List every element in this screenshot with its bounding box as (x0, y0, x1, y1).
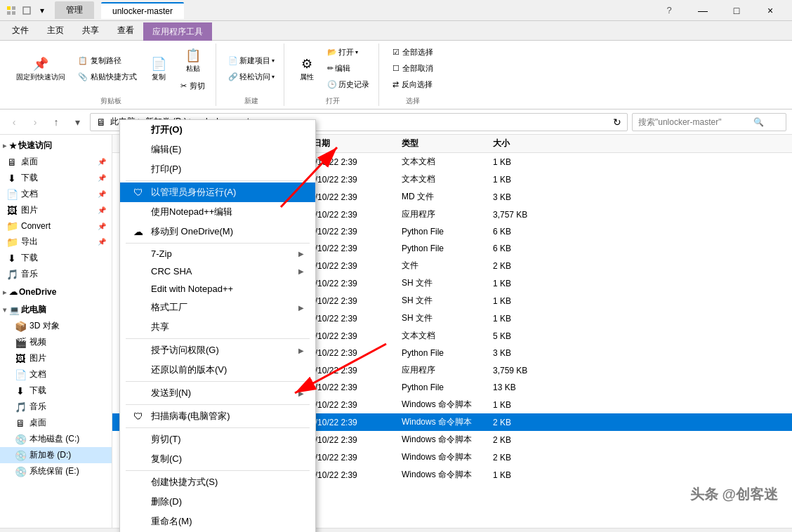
invert-select-btn[interactable]: ⇄ 反向选择 (388, 77, 438, 92)
properties-icon: ⚙ (298, 55, 315, 72)
properties-btn[interactable]: ⚙ 属性 (293, 52, 321, 86)
up-button[interactable]: ↑ (48, 114, 65, 131)
downloads-icon: ⬇ (6, 173, 18, 184)
down-arrow-icon[interactable]: ▾ (37, 5, 48, 16)
list-view-btn[interactable]: ≡ (755, 530, 770, 533)
edit-btn[interactable]: ✏ 编辑 (324, 61, 373, 76)
ctx-menu-item[interactable]: 编辑(E) (120, 140, 315, 159)
history-btn[interactable]: 🕒 历史记录 (324, 77, 373, 92)
ctx-separator (126, 243, 310, 244)
music-icon: 🎵 (6, 269, 18, 280)
ctx-menu-item[interactable]: CRC SHA ▶ (120, 262, 315, 280)
sidebar-item-downloads2[interactable]: ⬇ 下载 (0, 250, 112, 266)
select-all-btn[interactable]: ☑ 全部选择 (388, 45, 438, 60)
open-btn[interactable]: 📂 打开 ▾ (324, 45, 373, 60)
minimize-button[interactable]: — (687, 0, 719, 21)
ctx-menu-item[interactable]: 剪切(T) (120, 430, 315, 449)
sidebar-item-doc[interactable]: 📄 文档 (0, 366, 112, 383)
close-button[interactable]: × (754, 0, 786, 21)
quick-access-icon[interactable] (6, 5, 17, 16)
ctx-menu-item[interactable]: 🛡 以管理员身份运行(A) (120, 182, 315, 202)
help-button[interactable]: ? (653, 0, 685, 21)
copy-paste-group: 📋 复制路径 📎 粘贴快捷方式 (73, 53, 142, 84)
ctx-menu-item[interactable]: 还原以前的版本(V) (120, 360, 315, 380)
file-type-cell: Python File (396, 225, 487, 238)
maximize-button[interactable]: □ (720, 0, 753, 21)
window-controls: ? — □ × (653, 0, 786, 21)
cut-btn[interactable]: ✂ 剪切 (176, 79, 210, 93)
copy-btn[interactable]: 📄 复制 (145, 52, 173, 86)
context-menu: 打开(O) 编辑(E) 打印(P) 🛡 以管理员身份运行(A) 使用Notepa… (119, 119, 316, 532)
tab-home[interactable]: 主页 (38, 21, 73, 40)
sidebar-item-dl[interactable]: ⬇ 下载 (0, 383, 112, 399)
file-type-cell: Windows 命令脚本 (396, 467, 487, 482)
tab-file[interactable]: 文件 (3, 21, 38, 40)
address-refresh-icon[interactable]: ↻ (613, 117, 621, 128)
ctx-menu-item[interactable]: 授予访问权限(G) ▶ (120, 340, 315, 360)
sidebar-item-pic[interactable]: 🖼 图片 (0, 350, 112, 366)
back-button[interactable]: ‹ (6, 114, 22, 131)
col-header-size[interactable]: 大小 (487, 136, 557, 151)
sidebar-item-mus[interactable]: 🎵 音乐 (0, 399, 112, 415)
search-input[interactable] (638, 117, 751, 127)
ctx-menu-item[interactable]: ☁ 移动到 OneDrive(M) (120, 222, 315, 241)
sidebar-item-video[interactable]: 🎬 视频 (0, 334, 112, 350)
window-icon[interactable] (21, 5, 32, 16)
quick-access-header[interactable]: ▸ ★ 快速访问 (0, 138, 112, 154)
tab-share[interactable]: 共享 (73, 21, 108, 40)
copy-path-btn[interactable]: 📋 复制路径 (73, 53, 142, 68)
grid-view-btn[interactable]: ⊞ (772, 530, 786, 533)
tab-manage[interactable]: 管理 (55, 1, 94, 19)
ctx-menu-item[interactable]: 共享 (120, 317, 315, 337)
sidebar-item-export[interactable]: 📁 导出 📌 (0, 234, 112, 250)
file-size-cell: 2 KB (487, 260, 557, 272)
thispc-header[interactable]: ▾ 💻 此电脑 (0, 302, 112, 318)
ctx-menu-item[interactable]: 发送到(N) ▶ (120, 383, 315, 403)
col-header-type[interactable]: 类型 (396, 136, 487, 151)
forward-button[interactable]: › (27, 114, 44, 131)
paste-btn[interactable]: 📋 粘贴 (176, 44, 210, 77)
sidebar-desktop-label: 桌面 (21, 156, 38, 168)
clipboard-label: 剪贴板 (100, 96, 121, 106)
sidebar-item-docs[interactable]: 📄 文档 📌 (0, 186, 112, 202)
ctx-menu-item[interactable]: 使用Notepad++编辑 (120, 202, 315, 222)
paste-shortcut-btn[interactable]: 📎 粘贴快捷方式 (73, 69, 142, 84)
sidebar-item-dsk[interactable]: 🖥 桌面 (0, 415, 112, 431)
dl-icon: ⬇ (14, 385, 27, 397)
search-icon[interactable]: 🔍 (753, 117, 764, 127)
docs-icon: 📄 (6, 189, 18, 200)
sidebar-item-d[interactable]: 💿 新加卷 (D:) (0, 447, 112, 463)
ctx-menu-item[interactable]: Edit with Notepad++ (120, 280, 315, 298)
tab-unlocker[interactable]: unlocker-master (101, 2, 184, 19)
ctx-menu-item[interactable]: 创建快捷方式(S) (120, 472, 315, 492)
easy-access-btn[interactable]: 🔗 轻松访问 ▾ (225, 69, 278, 84)
sidebar-item-c[interactable]: 💿 本地磁盘 (C:) (0, 431, 112, 447)
deselect-all-btn[interactable]: ☐ 全部取消 (388, 61, 438, 76)
tab-view[interactable]: 查看 (108, 21, 143, 40)
sidebar-item-desktop[interactable]: 🖥 桌面 📌 (0, 154, 112, 170)
new-item-btn[interactable]: 📄 新建项目 ▾ (225, 53, 278, 68)
copy-icon: 📄 (150, 55, 167, 72)
sidebar-item-music[interactable]: 🎵 音乐 (0, 266, 112, 282)
ctx-menu-item[interactable]: 复制(C) (120, 449, 315, 469)
ctx-menu-item[interactable]: 🛡 扫描病毒(电脑管家) (120, 406, 315, 426)
thispc-expand-icon: ▾ (3, 306, 6, 314)
sidebar-item-downloads[interactable]: ⬇ 下载 📌 (0, 170, 112, 186)
pin-quick-access-btn[interactable]: 📌 固定到快速访问 (11, 52, 70, 86)
ctx-menu-item[interactable]: 删除(D) (120, 492, 315, 512)
sidebar-item-convert[interactable]: 📁 Convert 📌 (0, 218, 112, 234)
search-bar[interactable]: 🔍 (632, 113, 786, 131)
ribbon-tabs: 文件 主页 共享 查看 应用程序工具 (0, 21, 792, 41)
sidebar-item-3d[interactable]: 📦 3D 对象 (0, 318, 112, 334)
ctx-menu-item[interactable]: 格式工厂 ▶ (120, 298, 315, 317)
ctx-menu-item[interactable]: 重命名(M) (120, 512, 315, 531)
sidebar-item-pictures[interactable]: 🖼 图片 📌 (0, 202, 112, 218)
open-sub-group: 📂 打开 ▾ ✏ 编辑 🕒 历史记录 (324, 45, 373, 92)
ctx-menu-item[interactable]: 打印(P) (120, 159, 315, 179)
sidebar-item-e[interactable]: 💿 系统保留 (E:) (0, 463, 112, 479)
tab-app-tools[interactable]: 应用程序工具 (143, 22, 212, 41)
recent-button[interactable]: ▾ (69, 114, 86, 131)
ctx-menu-item[interactable]: 打开(O) (120, 120, 315, 140)
ctx-menu-item[interactable]: 7-Zip ▶ (120, 245, 315, 262)
onedrive-header[interactable]: ▸ ☁ OneDrive (0, 285, 112, 299)
